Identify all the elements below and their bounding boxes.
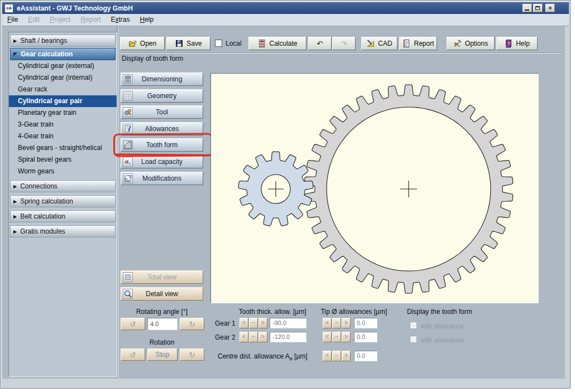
gear1-tip-zero-button[interactable]: − [332,318,341,328]
menu-help[interactable]: Help [135,14,159,26]
gear1-tip-allowance-field[interactable]: 0.0 [354,318,377,328]
rotate-cw-step-button[interactable]: ↻ [180,318,204,330]
centre-distance-increment-button[interactable]: > [342,351,351,361]
gear2-tip-zero-button[interactable]: − [332,332,341,342]
total-view-button[interactable]: Total view [121,270,203,284]
options-button[interactable]: Options [447,37,495,50]
geometry-button[interactable]: Geometry [121,89,203,103]
centre-distance-allowance-field[interactable]: 0.0 [354,351,377,361]
cad-button[interactable]: CAD [361,37,397,50]
centre-distance-allowance-label: Centre dist. allowance Aa [µm] [218,352,308,361]
close-button[interactable]: × [545,4,555,12]
gears-icon [123,107,133,117]
rotation-stop-button[interactable]: Stop [147,349,178,361]
sidebar-section-connections[interactable]: ▶ Connections [10,180,116,192]
save-button[interactable]: Save [166,37,210,50]
tip-diameter-allowance-header: Tip Ø allowances [µm] [315,308,393,316]
menu-file[interactable]: File [2,14,23,26]
gear1-tooth-zero-button[interactable]: − [249,318,258,328]
section-label: Gear calculation [21,50,73,58]
sidebar-item-3-gear-train[interactable]: 3-Gear train [9,119,117,130]
detail-view-label: Detail view [146,290,178,298]
sidebar-item-gear-rack[interactable]: Gear rack [9,84,117,95]
local-checkbox[interactable] [215,40,222,47]
rotating-angle-field[interactable]: 4.0 [147,318,178,330]
gear1-tooth-decrement-button[interactable]: < [239,318,248,328]
gear1-tip-increment-button[interactable]: > [342,318,351,328]
chevron-expanded-icon: ◤ [13,51,17,57]
maximize-button[interactable] [533,4,543,12]
titlebar[interactable]: eA eAssistant - GWJ Technology GmbH × [2,2,569,14]
detail-view-button[interactable]: Detail view [121,287,203,301]
rotation-cw-button[interactable]: ↻ [180,349,204,361]
help-button[interactable]: ? Help [496,37,538,50]
minimize-icon [525,9,529,11]
section-label: Spring calculation [20,197,73,205]
dimensioning-label: Dimensioning [142,75,183,83]
gear1-tooth-increment-button[interactable]: > [258,318,267,328]
rotation-ccw-button[interactable]: ↺ [121,349,145,361]
allowances-button[interactable]: Allowances [121,122,203,135]
calculator-icon [257,39,266,48]
sidebar-item-4-gear-train[interactable]: 4-Gear train [9,130,117,142]
gear2-tip-decrement-button[interactable]: < [323,332,332,342]
gear2-tooth-zero-button[interactable]: − [249,332,258,342]
rotating-angle-label: Rotating angle [°] [119,308,204,316]
tool-label: Tool [156,108,168,116]
content-area: ▶ Shaft / bearings ◤ Gear calculation Cy… [2,26,565,379]
gear2-tooth-increment-button[interactable]: > [258,332,267,342]
gear2-tip-increment-button[interactable]: > [342,332,351,342]
gear2-tip-allowance-field[interactable]: 0.0 [354,332,377,342]
total-view-label: Total view [147,273,177,281]
sidebar-item-cylindrical-gear-external[interactable]: Cylindrical gear (external) [9,60,117,72]
tooth-thickness-allowance-header: Tooth thick. allow. [µm] [233,308,312,316]
sidebar-item-worm-gears[interactable]: Worm gears [9,166,117,177]
menu-project[interactable]: Project [45,14,75,26]
cad-ruler-icon [366,39,375,48]
tooth-form-gear-icon [123,140,133,150]
minimize-button[interactable] [523,4,532,12]
modifications-button[interactable]: Modifications [121,172,203,185]
menu-extras[interactable]: Extras [106,14,135,26]
modifications-label: Modifications [142,175,181,182]
tooth-form-button[interactable]: Tooth form [121,138,203,152]
dimensioning-button[interactable]: Dimensioning [121,72,203,86]
window-title: eAssistant - GWJ Technology GmbH [17,4,133,12]
open-button[interactable]: Open [120,37,165,50]
gear2-tooth-allowance-field[interactable]: -120.0 [270,332,306,342]
sidebar-section-gratis-modules[interactable]: ▶ Gratis modules [10,225,116,238]
centre-distance-decrement-button[interactable]: < [323,351,332,361]
navigation-sidebar: ▶ Shaft / bearings ◤ Gear calculation Cy… [8,32,117,377]
load-capacity-button[interactable]: σx Load capacity [121,155,203,168]
sidebar-section-spring-calculation[interactable]: ▶ Spring calculation [10,195,116,207]
gear2-tooth-decrement-button[interactable]: < [239,332,248,342]
gear1-tooth-allowance-field[interactable]: -90.0 [270,318,306,328]
sidebar-item-spiral-bevel-gears[interactable]: Spiral bevel gears [9,154,117,166]
app-icon: eA [4,4,13,13]
undo-button[interactable]: ↶ [308,37,332,50]
sidebar-section-belt-calculation[interactable]: ▶ Belt calculation [10,210,116,222]
rotate-ccw-icon: ↺ [130,320,136,329]
menu-report[interactable]: Report [75,14,106,26]
calculate-button[interactable]: Calculate [248,37,306,50]
gear1-tip-decrement-button[interactable]: < [323,318,332,328]
centre-distance-zero-button[interactable]: − [332,351,341,361]
sidebar-section-shaft-bearings[interactable]: ▶ Shaft / bearings [10,35,116,47]
with-allowance-label-2: with allowance [420,336,464,344]
sidebar-section-gear-calculation[interactable]: ◤ Gear calculation [10,48,116,60]
chevron-right-icon: ▶ [13,38,17,43]
sidebar-item-cylindrical-gear-pair[interactable]: Cylindrical gear pair [9,95,117,107]
sidebar-item-planetary-gear-train[interactable]: Planetary gear train [9,107,117,119]
with-allowance-checkbox-1[interactable] [410,322,417,329]
rotate-ccw-step-button[interactable]: ↺ [121,318,145,330]
report-button[interactable]: Report [399,37,437,50]
sidebar-item-bevel-gears[interactable]: Bevel gears - straight/helical [9,142,117,154]
display-tooth-form-title: Display the tooth form [407,308,472,316]
redo-button[interactable]: ↷ [332,37,356,50]
tool-button[interactable]: Tool [121,105,203,119]
document-pencil-icon [123,124,133,134]
section-label: Shaft / bearings [20,37,67,45]
sidebar-item-cylindrical-gear-internal[interactable]: Cylindrical gear (internal) [9,72,117,84]
with-allowance-checkbox-2[interactable] [410,336,417,343]
menu-edit[interactable]: Edit [23,14,45,26]
